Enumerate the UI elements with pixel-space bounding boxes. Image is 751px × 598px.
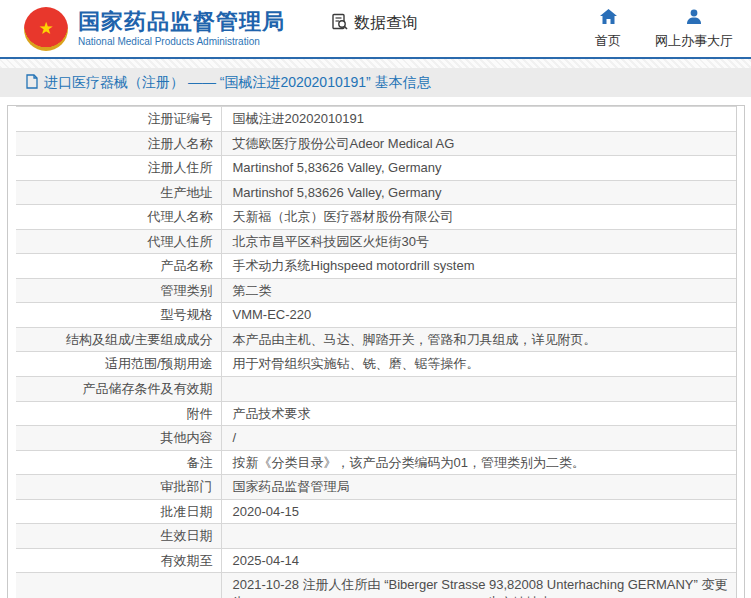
agency-title-block: 国家药品监督管理局 National Medical Products Admi… xyxy=(78,10,285,47)
table-row: 生产地址Martinshof 5,83626 Valley, Germany xyxy=(16,180,736,205)
registration-info-table-wrap: 注册证编号国械注进20202010191注册人名称艾德欧医疗股份公司Adeor … xyxy=(7,105,745,598)
table-row: 注册人名称艾德欧医疗股份公司Adeor Medical AG xyxy=(16,131,736,156)
row-label: 备注 xyxy=(187,455,213,470)
row-label-cell: 附件 xyxy=(16,401,221,426)
row-value: 2025-04-14 xyxy=(233,553,300,568)
row-value: 2020-04-15 xyxy=(233,504,300,519)
row-value-cell: 2021-10-28 注册人住所由 “Biberger Strasse 93,8… xyxy=(221,573,736,598)
row-value: 2021-10-28 注册人住所由 “Biberger Strasse 93,8… xyxy=(233,577,728,598)
row-label-cell: 管理类别 xyxy=(16,278,221,303)
agency-name-cn: 国家药品监督管理局 xyxy=(78,10,285,34)
row-value: 本产品由主机、马达、脚踏开关，管路和刀具组成，详见附页。 xyxy=(233,332,597,347)
row-label-cell: 审批部门 xyxy=(16,475,221,500)
table-row: 代理人名称天新福（北京）医疗器材股份有限公司 xyxy=(16,205,736,230)
row-value: 北京市昌平区科技园区火炬街30号 xyxy=(233,234,429,249)
table-row: 有效期至2025-04-14 xyxy=(16,548,736,573)
document-icon xyxy=(25,74,44,92)
row-label-cell: 注册人住所 xyxy=(16,156,221,181)
row-label: 注册人名称 xyxy=(148,136,213,151)
row-value-cell: 国械注进20202010191 xyxy=(221,107,736,132)
row-value-cell: 2025-04-14 xyxy=(221,548,736,573)
nav-home-label: 首页 xyxy=(595,31,621,51)
row-label: 适用范围/预期用途 xyxy=(105,356,213,371)
nav-service-hall-label: 网上办事大厅 xyxy=(655,31,733,51)
row-label: 审批部门 xyxy=(161,479,213,494)
row-label: 注册人住所 xyxy=(148,160,213,175)
table-row: 审批部门国家药品监督管理局 xyxy=(16,475,736,500)
row-value: 手术动力系统Highspeed motordrill system xyxy=(233,258,475,273)
row-value-cell xyxy=(221,377,736,402)
data-query-tab[interactable]: 数据查询 xyxy=(331,13,418,35)
row-value-cell: VMM-EC-220 xyxy=(221,303,736,328)
row-label-cell: 结构及组成/主要组成成分 xyxy=(16,327,221,352)
table-row: 注册证编号国械注进20202010191 xyxy=(16,107,736,132)
row-value-cell: 北京市昌平区科技园区火炬街30号 xyxy=(221,229,736,254)
row-value: 艾德欧医疗股份公司Adeor Medical AG xyxy=(233,136,455,151)
pattern-strip xyxy=(0,59,751,68)
row-value-cell: 2020-04-15 xyxy=(221,499,736,524)
row-value-cell: Martinshof 5,83626 Valley, Germany xyxy=(221,180,736,205)
row-label-cell: 注册证编号 xyxy=(16,107,221,132)
row-label-cell: 生产地址 xyxy=(16,180,221,205)
row-value-cell: 手术动力系统Highspeed motordrill system xyxy=(221,254,736,279)
row-value: 国家药品监督管理局 xyxy=(233,479,350,494)
table-row: 代理人住所北京市昌平区科技园区火炬街30号 xyxy=(16,229,736,254)
row-label: 代理人住所 xyxy=(148,234,213,249)
table-row: 产品名称手术动力系统Highspeed motordrill system xyxy=(16,254,736,279)
row-value: VMM-EC-220 xyxy=(233,307,312,322)
table-row: 结构及组成/主要组成成分本产品由主机、马达、脚踏开关，管路和刀具组成，详见附页。 xyxy=(16,327,736,352)
row-label: 产品储存条件及有效期 xyxy=(83,381,213,396)
row-label: 其他内容 xyxy=(161,430,213,445)
table-row: 变更情况2021-10-28 注册人住所由 “Biberger Strasse … xyxy=(16,573,736,598)
row-label-cell: 批准日期 xyxy=(16,499,221,524)
row-value-cell: 本产品由主机、马达、脚踏开关，管路和刀具组成，详见附页。 xyxy=(221,327,736,352)
row-label: 管理类别 xyxy=(161,283,213,298)
row-label-cell: 适用范围/预期用途 xyxy=(16,352,221,377)
row-label-cell: 备注 xyxy=(16,450,221,475)
row-value-cell: 按新《分类目录》，该产品分类编码为01，管理类别为二类。 xyxy=(221,450,736,475)
row-label: 附件 xyxy=(187,406,213,421)
row-label-cell: 产品名称 xyxy=(16,254,221,279)
row-label-cell: 产品储存条件及有效期 xyxy=(16,377,221,402)
breadcrumb-text: 进口医疗器械（注册） —— “国械注进20202010191” 基本信息 xyxy=(44,74,431,92)
nav-home[interactable]: 首页 xyxy=(595,9,621,51)
table-row: 备注按新《分类目录》，该产品分类编码为01，管理类别为二类。 xyxy=(16,450,736,475)
table-row: 附件产品技术要求 xyxy=(16,401,736,426)
national-emblem-logo: ★ xyxy=(24,7,68,51)
row-label-cell: 有效期至 xyxy=(16,548,221,573)
row-value: / xyxy=(233,430,237,445)
row-value: 天新福（北京）医疗器材股份有限公司 xyxy=(233,209,454,224)
registration-info-table: 注册证编号国械注进20202010191注册人名称艾德欧医疗股份公司Adeor … xyxy=(16,106,736,598)
row-label: 代理人名称 xyxy=(148,209,213,224)
row-label: 结构及组成/主要组成成分 xyxy=(66,332,213,347)
row-value: Martinshof 5,83626 Valley, Germany xyxy=(233,185,442,200)
home-icon xyxy=(600,9,617,32)
row-label: 注册证编号 xyxy=(148,111,213,126)
table-row: 型号规格VMM-EC-220 xyxy=(16,303,736,328)
scrollbar-track[interactable] xyxy=(736,106,737,598)
header-left: ★ 国家药品监督管理局 National Medical Products Ad… xyxy=(24,7,418,51)
data-query-label: 数据查询 xyxy=(354,13,418,34)
user-icon xyxy=(686,9,702,32)
row-value-cell: / xyxy=(221,426,736,451)
row-value-cell: 天新福（北京）医疗器材股份有限公司 xyxy=(221,205,736,230)
data-query-icon xyxy=(331,13,354,35)
row-label-cell: 其他内容 xyxy=(16,426,221,451)
nav-service-hall[interactable]: 网上办事大厅 xyxy=(655,9,733,51)
agency-name-en: National Medical Products Administration xyxy=(78,36,285,47)
row-value: 按新《分类目录》，该产品分类编码为01，管理类别为二类。 xyxy=(233,455,585,470)
row-value: 第二类 xyxy=(233,283,272,298)
row-value-cell xyxy=(221,524,736,549)
row-value: 用于对骨组织实施钻、铣、磨、锯等操作。 xyxy=(233,356,480,371)
row-label: 批准日期 xyxy=(161,504,213,519)
row-label: 型号规格 xyxy=(161,307,213,322)
row-label: 生效日期 xyxy=(161,528,213,543)
header-nav: 首页 网上办事大厅 xyxy=(595,9,737,51)
row-value: Martinshof 5,83626 Valley, Germany xyxy=(233,160,442,175)
row-label: 生产地址 xyxy=(161,185,213,200)
row-value-cell: 第二类 xyxy=(221,278,736,303)
row-value-cell: 艾德欧医疗股份公司Adeor Medical AG xyxy=(221,131,736,156)
row-value-cell: Martinshof 5,83626 Valley, Germany xyxy=(221,156,736,181)
table-row: 批准日期2020-04-15 xyxy=(16,499,736,524)
row-label-cell: 注册人名称 xyxy=(16,131,221,156)
